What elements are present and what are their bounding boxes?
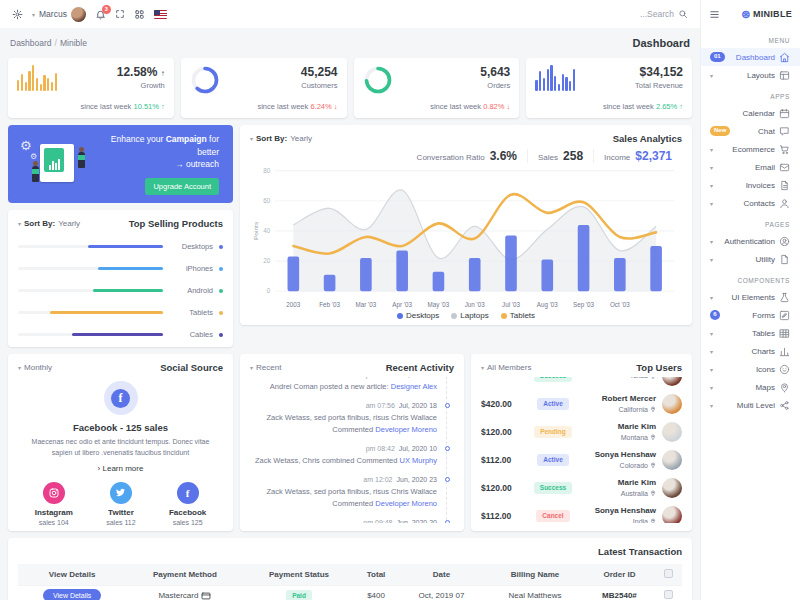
activity-link[interactable]: UX Murphy xyxy=(399,456,437,465)
fullscreen-icon[interactable] xyxy=(115,9,125,19)
search-placeholder: ...Search xyxy=(640,9,674,19)
instagram-icon[interactable] xyxy=(43,482,65,504)
analytics-sort-dropdown[interactable]: ▾ Sort By: Yearly xyxy=(250,134,312,143)
select-all-header xyxy=(654,564,682,586)
radial-chart xyxy=(190,65,220,95)
chevron-down-icon: ▾ xyxy=(710,402,713,409)
status-badge: Success xyxy=(534,377,572,382)
svg-text:May '03: May '03 xyxy=(428,300,450,308)
stat-value: $34,152 xyxy=(635,65,683,79)
sidebar-item-layouts[interactable]: ▾Layouts xyxy=(701,66,800,84)
chevron-down-icon: ▾ xyxy=(710,348,713,355)
sidebar-item-forms[interactable]: 6Forms xyxy=(701,306,800,324)
sidebar-item-utility[interactable]: ▾Utility xyxy=(701,250,800,268)
sidebar-item-email[interactable]: ▾Email xyxy=(701,158,800,176)
chevron-down-icon: ▾ xyxy=(710,164,713,171)
legend-item-laptops[interactable]: Laptops xyxy=(451,311,488,320)
product-dot xyxy=(219,245,223,249)
campaign-banner: ⚙ ⚙ Enhance your Campaign for better → o… xyxy=(8,125,233,203)
logo[interactable]: ⊛ MINIBLE xyxy=(741,9,792,20)
social-description: Maecenas nec odio et ante tincidunt temp… xyxy=(23,437,219,459)
sidebar-item-maps[interactable]: ▾Maps xyxy=(701,378,800,396)
social-network-twitter: Twittersales 112 xyxy=(106,482,135,526)
learn-more-link[interactable]: › Learn more xyxy=(98,464,144,473)
sidebar-item-chat[interactable]: NewChat xyxy=(701,122,800,140)
user-menu[interactable]: ▾ Marcus xyxy=(32,7,86,22)
stat-card-total-revenue: $34,152Total Revenuesince last week 2.65… xyxy=(526,58,692,118)
select-all-checkbox[interactable] xyxy=(664,569,673,578)
products-sort-dropdown[interactable]: ▾ Sort By: Yearly xyxy=(18,219,80,228)
chevron-down-icon: ▾ xyxy=(18,364,21,371)
sidebar-item-ecommerce[interactable]: ▾Ecommerce xyxy=(701,140,800,158)
user-amount: $120.00 xyxy=(481,427,527,437)
activity-sort-dropdown[interactable]: ▾ Recent xyxy=(250,363,281,372)
sidebar-badge: 01 xyxy=(710,52,725,61)
language-flag-icon[interactable] xyxy=(154,10,167,19)
sidebar-badge: New xyxy=(710,126,730,135)
logo-text: MINIBLE xyxy=(753,9,792,19)
apps-grid-icon[interactable] xyxy=(134,9,145,20)
breadcrumb-item[interactable]: Dashboard xyxy=(10,38,52,48)
billing-name: Neal Matthews xyxy=(485,586,584,600)
share-icon xyxy=(779,400,790,411)
sidebar-item-invoices[interactable]: ▾Invoices xyxy=(701,176,800,194)
notifications-button[interactable]: 3 xyxy=(95,9,106,20)
sidebar-item-calendar[interactable]: Calendar xyxy=(701,104,800,122)
breadcrumb: Dashboard/Minible xyxy=(10,38,87,48)
third-row: ▾ Monthly Social Source f Facebook - 125… xyxy=(8,354,692,531)
analytics-stat: Sales258 xyxy=(527,149,593,163)
activity-link[interactable]: Developer Moreno xyxy=(375,425,437,434)
notification-badge: 3 xyxy=(102,5,111,14)
column-header: Payment Status xyxy=(244,564,355,586)
sidebar-item-dashboard[interactable]: 01Dashboard xyxy=(701,48,800,66)
user-name: Sonya Henshaw xyxy=(579,450,656,460)
legend-item-tablets[interactable]: Tablets xyxy=(501,311,535,320)
user-amount: $112.00 xyxy=(481,455,527,465)
top-users-card: ▾ All Members Top Users SuccessTexas$420… xyxy=(471,354,692,531)
members-sort-dropdown[interactable]: ▾ All Members xyxy=(481,363,531,372)
settings-gear-icon[interactable] xyxy=(12,9,23,20)
svg-text:Sep '03: Sep '03 xyxy=(573,300,594,308)
activity-timeline: pm 04:32Jul, 2020 28Andrei Coman posted … xyxy=(250,377,452,523)
transaction-row: View DetailsMastercardPaid$400Oct, 2019 … xyxy=(18,586,682,600)
social-sort-dropdown[interactable]: ▾ Monthly xyxy=(18,363,52,372)
sidebar-item-contacts[interactable]: ▾Contacts xyxy=(701,194,800,212)
sidebar-item-label: Invoices xyxy=(746,181,775,190)
social-network-instagram: Instagramsales 104 xyxy=(35,482,73,526)
svg-text:40: 40 xyxy=(263,227,270,234)
row-checkbox[interactable] xyxy=(664,590,673,599)
sidebar-toggle-icon[interactable] xyxy=(709,9,720,20)
sidebar-item-multi-level[interactable]: ▾Multi Level xyxy=(701,396,800,414)
chevron-down-icon: ▾ xyxy=(710,384,713,391)
user-amount: $420.00 xyxy=(481,399,527,409)
activity-item: pm 04:32Jul, 2020 28Andrei Coman posted … xyxy=(250,377,452,402)
facebook-icon[interactable]: f xyxy=(177,482,199,504)
sidebar-section-title: MENU xyxy=(701,28,800,48)
legend-item-desktops[interactable]: Desktops xyxy=(397,311,439,320)
activity-text: Andrei Coman posted a new article: Desig… xyxy=(250,381,437,393)
search-input[interactable]: ...Search xyxy=(640,9,688,19)
sidebar-item-charts[interactable]: ▾Charts xyxy=(701,342,800,360)
sidebar-item-icons[interactable]: ▾Icons xyxy=(701,360,800,378)
sidebar-item-tables[interactable]: ▾Tables xyxy=(701,324,800,342)
calendar-icon xyxy=(779,108,790,119)
activity-date: pm 04:32Jul, 2020 28 xyxy=(250,377,437,378)
map-pin-icon xyxy=(779,382,790,393)
sidebar-item-label: Contacts xyxy=(743,199,775,208)
sidebar-nav: MENU01Dashboard▾LayoutsAPPSCalendarNewCh… xyxy=(701,28,800,414)
chevron-down-icon: ▾ xyxy=(710,330,713,337)
twitter-icon[interactable] xyxy=(110,482,132,504)
second-row: ⚙ ⚙ Enhance your Campaign for better → o… xyxy=(8,125,692,347)
svg-text:Jun '03: Jun '03 xyxy=(465,300,485,307)
sidebar-item-ui-elements[interactable]: ▾UI Elements xyxy=(701,288,800,306)
activity-link[interactable]: Developer Moreno xyxy=(375,499,437,508)
top-user-row: $112.00ActiveSonya HenshawColorado xyxy=(481,446,682,474)
sidebar-item-authentication[interactable]: ▾Authentication xyxy=(701,232,800,250)
activity-link[interactable]: Designer Alex xyxy=(391,382,437,391)
upgrade-account-button[interactable]: Upgrade Account xyxy=(145,178,219,195)
sales-analytics-chart: 020406080Points2003Feb '03Mar '03Apr '03… xyxy=(250,164,682,311)
stat-value: 5,643 xyxy=(480,65,510,79)
timeline-dot xyxy=(445,403,450,408)
view-details-button[interactable]: View Details xyxy=(43,589,101,600)
network-name: Instagram xyxy=(35,508,73,517)
